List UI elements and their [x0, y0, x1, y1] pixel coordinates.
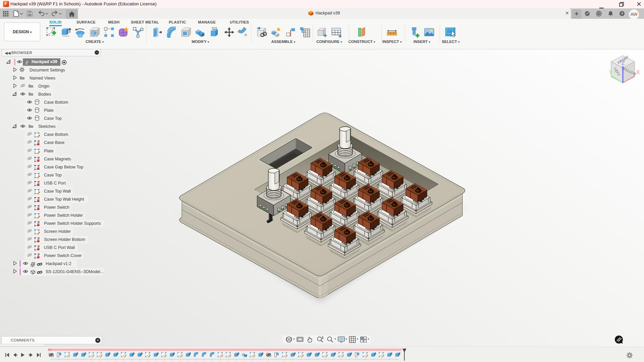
svg-text:Z: Z [622, 60, 625, 66]
svg-text:?: ? [621, 12, 623, 16]
svg-text:Y: Y [609, 69, 612, 75]
svg-text:X: X [636, 69, 640, 75]
